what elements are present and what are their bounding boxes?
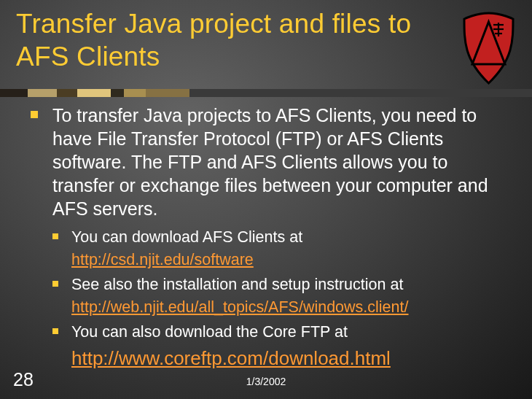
ornament-segment	[77, 89, 111, 97]
slide-title: Transfer Java project and files to AFS C…	[16, 7, 431, 73]
ornament-segment	[28, 89, 57, 97]
slide-body: To transfer Java projects to AFS Clients…	[31, 104, 512, 374]
ornament-segment	[111, 89, 124, 97]
sub-bullet: You can also download the Core FTP athtt…	[52, 321, 512, 371]
sub-bullet-text: You can download AFS Clients at	[71, 228, 302, 246]
ornament-segment	[0, 89, 28, 97]
sub-bullet: See also the installation and setup inst…	[52, 274, 512, 318]
bullet-main: To transfer Java projects to AFS Clients…	[31, 104, 512, 371]
ornament-segment	[474, 89, 532, 97]
ornament-segment	[299, 89, 357, 97]
square-bullet-icon	[52, 281, 58, 287]
slide: Transfer Java project and files to AFS C…	[0, 0, 532, 399]
divider-ornament	[0, 89, 532, 97]
ornament-segment	[415, 89, 474, 97]
sub-bullet-text: See also the installation and setup inst…	[71, 276, 403, 293]
shield-logo-icon	[461, 12, 516, 85]
ornament-segment	[57, 89, 77, 97]
sub-bullet-text: You can also download the Core FTP at	[71, 323, 348, 341]
sub-bullet-link[interactable]: http://web.njit.edu/all_topics/AFS/windo…	[71, 298, 408, 316]
sub-bullet-link[interactable]: http://csd.njit.edu/software	[71, 251, 254, 268]
ornament-segment	[189, 89, 240, 97]
square-bullet-icon	[52, 328, 58, 334]
square-bullet-icon	[52, 233, 58, 239]
sub-bullet: You can download AFS Clients athttp://cs…	[52, 226, 512, 271]
ornament-segment	[146, 89, 189, 97]
sub-bullet-link[interactable]: http://www.coreftp.com/download.html	[71, 345, 391, 372]
ornament-segment	[357, 89, 415, 97]
square-bullet-icon	[31, 111, 38, 118]
ornament-segment	[124, 89, 146, 97]
bullet-main-text: To transfer Java projects to AFS Clients…	[52, 105, 488, 219]
ornament-segment	[240, 89, 299, 97]
slide-date: 1/3/2002	[0, 376, 532, 387]
